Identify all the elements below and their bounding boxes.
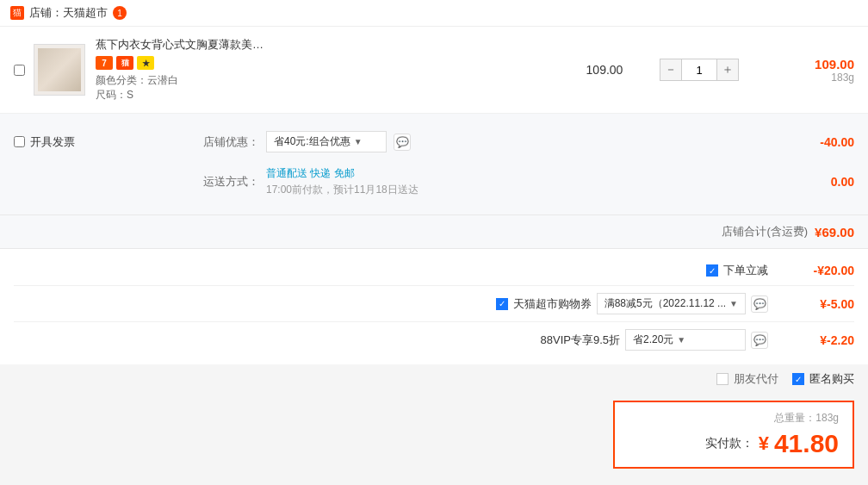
immediate-discount-label: 下单立减 bbox=[723, 263, 768, 278]
summary-total: 实付款： ¥ 41.80 bbox=[705, 429, 839, 458]
actual-payment-label: 实付款： bbox=[705, 436, 753, 451]
store-header: 猫 店铺：天猫超市 1 bbox=[0, 0, 868, 27]
store-total-row: 店铺合计(含运费) ¥69.00 bbox=[0, 215, 868, 249]
product-weight: 183g bbox=[831, 72, 854, 84]
vip-select[interactable]: 省2.20元 ▼ bbox=[625, 329, 746, 351]
product-tags: 7 猫 ★ bbox=[96, 56, 561, 70]
product-price: 109.00 bbox=[561, 63, 648, 77]
actual-payment-symbol: ¥ bbox=[759, 432, 769, 455]
notification-dot: 1 bbox=[113, 6, 127, 20]
qty-input[interactable] bbox=[682, 59, 716, 81]
summary-box: 总重量：183g 实付款： ¥ 41.80 bbox=[613, 401, 854, 469]
product-subtotal-col: 109.00 183g bbox=[751, 57, 854, 84]
discount-option-text: 省40元:组合优惠 bbox=[274, 134, 350, 149]
coupon-label-area: ✓ 天猫超市购物券 满88减5元（2022.11.12 ... ▼ 💬 bbox=[14, 293, 768, 314]
immediate-discount-amount: -¥20.00 bbox=[768, 264, 854, 277]
main-container: 猫 店铺：天猫超市 1 蕉下内衣女背心式文胸夏薄款美… 7 猫 ★ 颜色分类：云… bbox=[0, 0, 868, 482]
invoice-area: 开具发票 bbox=[14, 134, 203, 150]
anonymous-label: 匿名购买 bbox=[809, 371, 854, 387]
shipping-note: 17:00前付款，预计11月18日送达 bbox=[266, 183, 418, 197]
shipping-row: 运送方式： 普通配送 快递 免邮 17:00前付款，预计11月18日送达 0.0… bbox=[14, 159, 854, 204]
product-color: 颜色分类：云潜白 bbox=[96, 73, 561, 88]
shipping-amount: 0.00 bbox=[768, 175, 854, 189]
coupon-select[interactable]: 满88减5元（2022.11.12 ... ▼ bbox=[597, 293, 746, 314]
product-subtotal: 109.00 bbox=[751, 57, 854, 72]
coupon-row: ✓ 天猫超市购物券 满88减5元（2022.11.12 ... ▼ 💬 ¥-5.… bbox=[14, 286, 854, 322]
vip-row: 88VIP专享9.5折 省2.20元 ▼ 💬 ¥-2.20 bbox=[14, 322, 854, 358]
store-icon: 猫 bbox=[10, 6, 24, 20]
product-row: 蕉下内衣女背心式文胸夏薄款美… 7 猫 ★ 颜色分类：云潜白 尺码：S 109.… bbox=[0, 27, 868, 114]
vip-chat-icon[interactable]: 💬 bbox=[751, 332, 768, 349]
tag-tmall: 猫 bbox=[116, 56, 133, 70]
coupon-chevron-icon: ▼ bbox=[729, 299, 738, 308]
global-discounts: ✓ 下单立减 -¥20.00 ✓ 天猫超市购物券 满88减5元（2022.11.… bbox=[0, 249, 868, 364]
product-info: 蕉下内衣女背心式文胸夏薄款美… 7 猫 ★ 颜色分类：云潜白 尺码：S bbox=[96, 37, 561, 103]
store-total-label: 店铺合计(含运费) bbox=[722, 224, 808, 239]
friend-pay-area: 朋友代付 bbox=[716, 371, 778, 387]
discount-chat-icon[interactable]: 💬 bbox=[394, 134, 411, 151]
discount-chevron-icon: ▼ bbox=[354, 137, 363, 146]
vip-amount: ¥-2.20 bbox=[768, 333, 854, 347]
friend-pay-label: 朋友代付 bbox=[734, 371, 778, 387]
bottom-actions: 朋友代付 ✓ 匿名购买 bbox=[0, 364, 868, 394]
product-attrs: 颜色分类：云潜白 尺码：S bbox=[96, 73, 561, 103]
immediate-discount-row: ✓ 下单立减 -¥20.00 bbox=[14, 256, 854, 286]
qty-decrease-button[interactable]: － bbox=[660, 59, 682, 81]
qty-increase-button[interactable]: ＋ bbox=[716, 59, 739, 81]
store-total-value: ¥69.00 bbox=[815, 225, 854, 239]
product-title: 蕉下内衣女背心式文胸夏薄款美… bbox=[96, 37, 337, 53]
tag-yellow: ★ bbox=[137, 56, 154, 70]
vip-label: 88VIP专享9.5折 bbox=[541, 333, 621, 348]
product-size: 尺码：S bbox=[96, 88, 561, 103]
anonymous-buy-area: ✓ 匿名购买 bbox=[792, 371, 854, 387]
coupon-label: 天猫超市购物券 bbox=[513, 296, 592, 312]
invoice-label: 开具发票 bbox=[30, 134, 75, 150]
discount-select[interactable]: 省40元:组合优惠 ▼ bbox=[266, 131, 387, 152]
order-details: 开具发票 店铺优惠： 省40元:组合优惠 ▼ 💬 -40.00 运送方式： 普通… bbox=[0, 114, 868, 215]
shipping-info-col: 普通配送 快递 免邮 17:00前付款，预计11月18日送达 bbox=[266, 166, 418, 197]
actual-payment-value: 41.80 bbox=[774, 429, 839, 458]
shipping-option: 普通配送 快递 免邮 bbox=[266, 166, 418, 181]
product-image bbox=[34, 44, 85, 96]
coupon-option-text: 满88减5元（2022.11.12 ... bbox=[604, 296, 726, 311]
product-thumbnail bbox=[38, 48, 81, 91]
coupon-chat-icon[interactable]: 💬 bbox=[751, 295, 768, 313]
shipping-center: 运送方式： 普通配送 快递 免邮 17:00前付款，预计11月18日送达 bbox=[203, 166, 768, 197]
shipping-label: 运送方式： bbox=[203, 174, 259, 190]
immediate-discount-checkbox[interactable]: ✓ bbox=[706, 264, 718, 277]
total-weight-label: 总重量： bbox=[774, 412, 815, 424]
vip-chevron-icon: ▼ bbox=[677, 335, 685, 345]
total-weight-value: 183g bbox=[815, 412, 839, 424]
vip-label-area: 88VIP专享9.5折 省2.20元 ▼ 💬 bbox=[14, 329, 768, 351]
product-checkbox[interactable] bbox=[14, 65, 25, 76]
discount-area: 店铺优惠： 省40元:组合优惠 ▼ 💬 bbox=[203, 131, 768, 152]
invoice-discount-row: 开具发票 店铺优惠： 省40元:组合优惠 ▼ 💬 -40.00 bbox=[14, 124, 854, 159]
coupon-amount: ¥-5.00 bbox=[768, 297, 854, 311]
coupon-checkbox[interactable]: ✓ bbox=[496, 298, 508, 310]
vip-option-text: 省2.20元 bbox=[633, 333, 673, 347]
discount-amount: -40.00 bbox=[768, 135, 854, 149]
immediate-discount-label-area: ✓ 下单立减 bbox=[14, 263, 768, 278]
friend-pay-checkbox[interactable] bbox=[716, 373, 728, 385]
anonymous-checkbox[interactable]: ✓ bbox=[792, 373, 804, 385]
product-quantity: － ＋ bbox=[648, 59, 751, 81]
summary-weight: 总重量：183g bbox=[774, 411, 839, 426]
tag-7: 7 bbox=[96, 56, 113, 70]
invoice-checkbox[interactable] bbox=[14, 136, 25, 147]
discount-label: 店铺优惠： bbox=[203, 134, 259, 150]
store-name: 店铺：天猫超市 bbox=[29, 5, 108, 21]
